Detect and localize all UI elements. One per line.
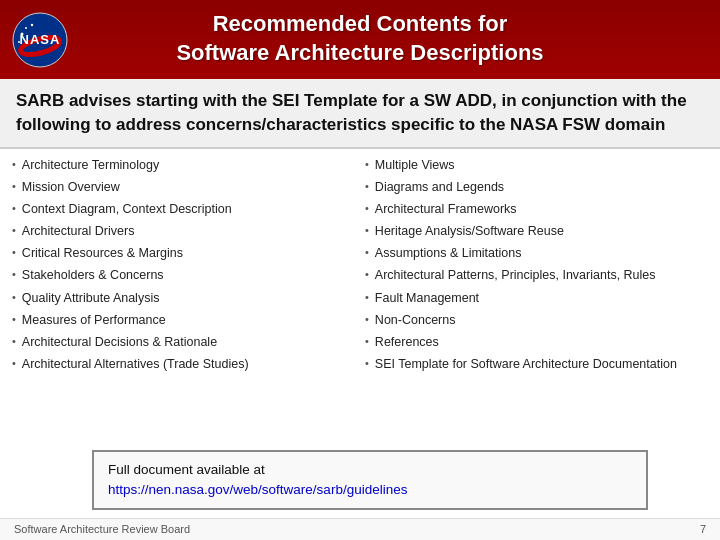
list-item: • SEI Template for Software Architecture… — [365, 354, 708, 374]
list-item-text: Quality Attribute Analysis — [22, 289, 160, 307]
list-item: • Stakeholders & Concerns — [12, 265, 355, 285]
bullet-icon: • — [365, 267, 369, 283]
bullet-icon: • — [365, 312, 369, 328]
svg-point-4 — [31, 23, 33, 25]
bullet-icon: • — [12, 334, 16, 350]
bullet-icon: • — [365, 157, 369, 173]
list-item: • Context Diagram, Context Description — [12, 199, 355, 219]
list-item: • Architecture Terminology — [12, 155, 355, 175]
bullet-icon: • — [365, 290, 369, 306]
list-item-text: Architectural Alternatives (Trade Studie… — [22, 355, 249, 373]
bullet-icon: • — [12, 179, 16, 195]
list-item: • Diagrams and Legends — [365, 177, 708, 197]
list-item-text: Fault Management — [375, 289, 479, 307]
list-item: • Critical Resources & Margins — [12, 243, 355, 263]
list-item-text: Critical Resources & Margins — [22, 244, 183, 262]
list-item-text: Context Diagram, Context Description — [22, 200, 232, 218]
list-item-text: Stakeholders & Concerns — [22, 266, 164, 284]
header: NASA Recommended Contents for Software A… — [0, 0, 720, 79]
bullet-icon: • — [365, 245, 369, 261]
list-item: • Architectural Decisions & Rationale — [12, 332, 355, 352]
list-item: • Architectural Alternatives (Trade Stud… — [12, 354, 355, 374]
header-title-line1: Recommended Contents for — [213, 11, 508, 36]
bullet-icon: • — [365, 223, 369, 239]
list-item-text: Heritage Analysis/Software Reuse — [375, 222, 564, 240]
list-item-text: Architectural Frameworks — [375, 200, 517, 218]
list-item-text: SEI Template for Software Architecture D… — [375, 355, 677, 373]
nasa-logo-icon: NASA — [12, 12, 68, 68]
bullet-icon: • — [365, 201, 369, 217]
list-item-text: Mission Overview — [22, 178, 120, 196]
footer-page-number: 7 — [700, 523, 706, 535]
svg-point-3 — [25, 27, 27, 29]
footer-label: Software Architecture Review Board — [14, 523, 190, 535]
header-title-line2: Software Architecture Descriptions — [176, 40, 543, 65]
list-item: • Quality Attribute Analysis — [12, 288, 355, 308]
list-item: • References — [365, 332, 708, 352]
list-item: • Measures of Performance — [12, 310, 355, 330]
left-column: • Architecture Terminology • Mission Ove… — [12, 155, 355, 444]
list-item: • Non-Concerns — [365, 310, 708, 330]
list-item: • Multiple Views — [365, 155, 708, 175]
slide: NASA Recommended Contents for Software A… — [0, 0, 720, 540]
intro-text: SARB advises starting with the SEI Templ… — [0, 79, 720, 149]
bullet-icon: • — [12, 356, 16, 372]
bullet-icon: • — [365, 179, 369, 195]
intro-paragraph: SARB advises starting with the SEI Templ… — [16, 91, 687, 134]
link-box-label: Full document available at — [108, 462, 265, 477]
list-item-text: Assumptions & Limitations — [375, 244, 522, 262]
bullet-icon: • — [12, 290, 16, 306]
bullet-icon: • — [365, 356, 369, 372]
list-item-text: Measures of Performance — [22, 311, 166, 329]
list-item: • Architectural Frameworks — [365, 199, 708, 219]
svg-text:NASA: NASA — [20, 32, 61, 47]
bullet-icon: • — [12, 312, 16, 328]
list-item-text: Architecture Terminology — [22, 156, 159, 174]
header-title: Recommended Contents for Software Archit… — [176, 10, 543, 67]
link-box-url[interactable]: https://nen.nasa.gov/web/software/sarb/g… — [108, 482, 407, 497]
list-item-text: Architectural Patterns, Principles, Inva… — [375, 266, 656, 284]
list-item-text: Architectural Decisions & Rationale — [22, 333, 217, 351]
list-item: • Mission Overview — [12, 177, 355, 197]
list-item-text: Multiple Views — [375, 156, 455, 174]
link-box: Full document available at https://nen.n… — [92, 450, 648, 511]
list-item-text: Diagrams and Legends — [375, 178, 504, 196]
list-item: • Fault Management — [365, 288, 708, 308]
bullet-icon: • — [12, 157, 16, 173]
bullet-icon: • — [12, 201, 16, 217]
bullet-icon: • — [365, 334, 369, 350]
list-item: • Assumptions & Limitations — [365, 243, 708, 263]
right-column: • Multiple Views • Diagrams and Legends … — [365, 155, 708, 444]
list-item: • Architectural Patterns, Principles, In… — [365, 265, 708, 285]
bullet-icon: • — [12, 267, 16, 283]
bullet-icon: • — [12, 245, 16, 261]
bullet-icon: • — [12, 223, 16, 239]
list-item: • Heritage Analysis/Software Reuse — [365, 221, 708, 241]
footer: Software Architecture Review Board 7 — [0, 518, 720, 540]
list-item-text: Architectural Drivers — [22, 222, 135, 240]
list-item-text: References — [375, 333, 439, 351]
list-item-text: Non-Concerns — [375, 311, 456, 329]
list-item: • Architectural Drivers — [12, 221, 355, 241]
content-area: • Architecture Terminology • Mission Ove… — [0, 149, 720, 518]
bullet-columns: • Architecture Terminology • Mission Ove… — [12, 155, 708, 444]
